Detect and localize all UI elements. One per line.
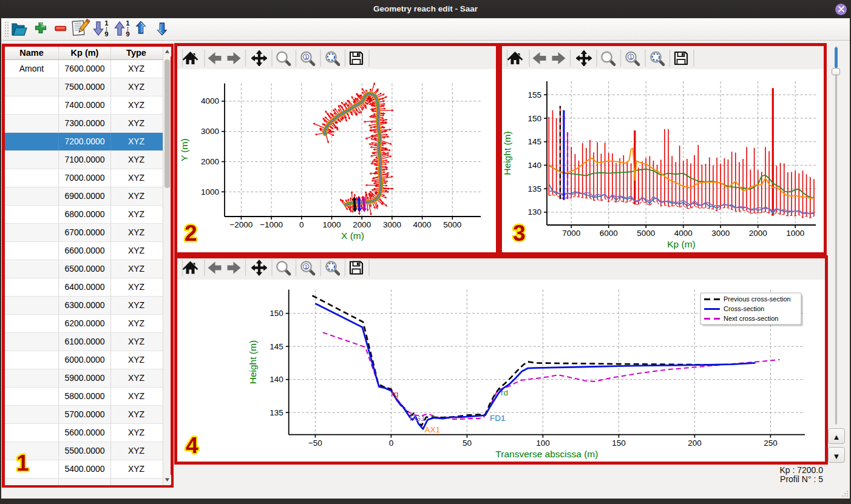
svg-text:4: 4 — [186, 433, 198, 458]
svg-text:150: 150 — [527, 114, 541, 123]
svg-text:140: 140 — [270, 375, 283, 384]
svg-text:X (m): X (m) — [341, 230, 364, 241]
svg-text:1000: 1000 — [201, 187, 219, 197]
svg-text:1000: 1000 — [322, 220, 341, 229]
svg-text:9: 9 — [126, 30, 129, 38]
svg-text:130: 130 — [527, 207, 541, 217]
svg-text:2000: 2000 — [353, 220, 371, 229]
svg-text:AX1: AX1 — [424, 425, 440, 434]
svg-text:FG1: FG1 — [409, 414, 425, 423]
svg-text:−2000: −2000 — [229, 220, 253, 229]
svg-text:2000: 2000 — [201, 157, 219, 166]
svg-text:−1000: −1000 — [260, 220, 283, 229]
svg-text:Kp (m): Kp (m) — [667, 239, 696, 249]
svg-text:250: 250 — [764, 438, 778, 448]
svg-text:1: 1 — [104, 19, 109, 27]
svg-text:Transverse abscissa (m): Transverse abscissa (m) — [495, 449, 598, 459]
svg-text:200: 200 — [688, 438, 702, 448]
svg-text:1: 1 — [305, 54, 308, 60]
svg-text:4000: 4000 — [201, 96, 219, 106]
svg-text:6000: 6000 — [600, 229, 618, 238]
svg-text:50: 50 — [463, 438, 472, 448]
svg-text:100: 100 — [536, 438, 550, 448]
svg-text:140: 140 — [527, 161, 541, 170]
svg-text:3: 3 — [513, 221, 526, 246]
svg-text:0: 0 — [389, 438, 394, 448]
svg-text:135: 135 — [270, 408, 283, 417]
svg-text:Previous cross-section: Previous cross-section — [724, 295, 791, 303]
svg-text:rg: rg — [391, 389, 398, 398]
svg-text:145: 145 — [527, 137, 541, 146]
svg-text:5000: 5000 — [443, 220, 461, 229]
svg-text:7000: 7000 — [562, 229, 580, 238]
svg-text:2: 2 — [185, 221, 197, 246]
svg-text:Height (m): Height (m) — [248, 340, 258, 384]
svg-text:FD1: FD1 — [490, 414, 506, 423]
svg-text:4000: 4000 — [674, 229, 693, 238]
svg-text:2000: 2000 — [749, 229, 767, 238]
svg-text:−50: −50 — [308, 438, 322, 448]
svg-text:Cross-section: Cross-section — [724, 305, 764, 312]
svg-text:Next cross-section: Next cross-section — [724, 315, 778, 322]
svg-text:Height (m): Height (m) — [502, 131, 512, 175]
svg-text:1: 1 — [305, 264, 308, 270]
svg-text:1: 1 — [126, 19, 130, 27]
svg-text:1: 1 — [16, 451, 29, 475]
svg-text:135: 135 — [527, 184, 541, 193]
svg-text:0: 0 — [299, 220, 304, 229]
svg-text:Y (m): Y (m) — [179, 138, 189, 161]
svg-text:9: 9 — [104, 30, 108, 38]
svg-text:rd: rd — [501, 388, 508, 397]
svg-text:3000: 3000 — [201, 127, 219, 136]
svg-text:155: 155 — [527, 90, 541, 99]
svg-text:1: 1 — [629, 54, 632, 60]
svg-text:145: 145 — [270, 342, 283, 351]
svg-text:1000: 1000 — [786, 229, 804, 238]
svg-text:3000: 3000 — [711, 229, 730, 238]
svg-text:3000: 3000 — [383, 220, 401, 229]
svg-text:4000: 4000 — [413, 220, 432, 229]
svg-text:150: 150 — [270, 309, 283, 318]
svg-text:5000: 5000 — [637, 229, 655, 238]
svg-text:150: 150 — [612, 438, 626, 448]
